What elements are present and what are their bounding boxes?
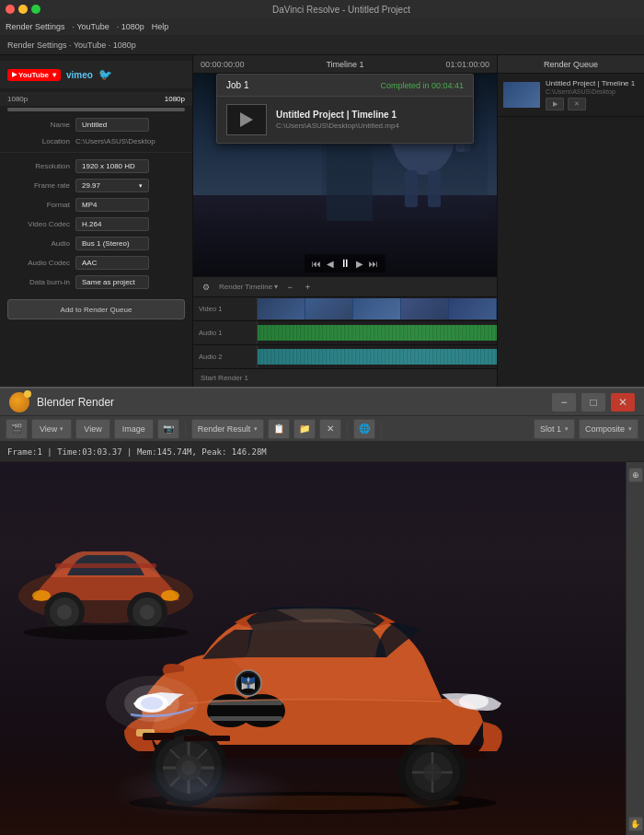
add-to-render-queue-button[interactable]: Add to Render Queue — [7, 299, 185, 319]
minimize-dot[interactable] — [18, 5, 28, 14]
render-result-dropdown[interactable]: Render Result ▾ — [191, 419, 265, 439]
render-toolbar-label: Render Settings · YouTube · 1080p — [7, 41, 136, 50]
resolution-setting-label: Resolution — [7, 162, 70, 170]
menu-1080p[interactable]: · 1080p — [117, 22, 144, 31]
copy-icon-btn[interactable]: 📋 — [268, 419, 290, 439]
resolution-label: 1080p — [7, 95, 28, 103]
name-row: Name Untitled — [0, 115, 192, 134]
audio-value[interactable]: Bus 1 (Stereo) — [75, 237, 149, 250]
davinci-main-layout: YouTube ▾ vimeo 🐦 1080p 1080p Name Untit… — [0, 55, 644, 387]
queue-item-controls: ▶ ✕ — [546, 98, 635, 110]
data-burnin-value[interactable]: Same as project — [75, 275, 149, 289]
slot-dropdown[interactable]: Slot 1 ▾ — [534, 419, 575, 439]
globe-icon: 🌐 — [359, 423, 370, 434]
timeline-area: ⚙ Render Timeline ▾ − + Video 1 — [193, 276, 497, 368]
menu-help[interactable]: Help — [152, 22, 169, 31]
close-button[interactable]: ✕ — [611, 393, 635, 412]
minimize-button[interactable]: − — [552, 393, 576, 412]
queue-item-delete-btn[interactable]: ✕ — [568, 98, 586, 110]
video-track-name: Video 1 — [199, 305, 222, 313]
globe-icon-btn[interactable]: 🌐 — [353, 419, 375, 439]
toolbar-separator-2 — [347, 421, 348, 437]
audio-waveform-2 — [258, 349, 497, 365]
camera-icon: 📷 — [163, 423, 174, 434]
audio-row: Audio Bus 1 (Stereo) — [0, 234, 192, 253]
render-icon: 🎬 — [11, 423, 22, 434]
view-dropdown-1[interactable]: View ▾ — [31, 419, 72, 439]
audio-strip-2 — [258, 349, 497, 365]
close-icon-btn[interactable]: ✕ — [319, 419, 341, 439]
format-value[interactable]: MP4 — [75, 198, 149, 212]
audio-strip-1 — [258, 325, 497, 341]
blender-window-controls: − □ ✕ — [552, 393, 635, 412]
vimeo-label[interactable]: vimeo — [66, 70, 93, 80]
maximize-dot[interactable] — [31, 5, 40, 14]
play-icon — [240, 112, 253, 127]
format-label: Format — [7, 201, 70, 209]
prev-frame-btn[interactable]: ◀ — [327, 259, 334, 269]
progress-bar-fill — [7, 108, 185, 111]
render-queue-item-1[interactable]: Untitled Project | Timeline 1 C:\Users\A… — [498, 74, 644, 117]
end-btn[interactable]: ⏭ — [369, 259, 378, 269]
x-icon: ✕ — [327, 423, 334, 434]
view-dropdown-2[interactable]: View — [75, 419, 109, 439]
camera-icon-btn[interactable]: 📷 — [157, 419, 179, 439]
composite-dropdown[interactable]: Composite ▾ — [579, 419, 638, 439]
framerate-value[interactable]: 29.97 ▾ — [75, 179, 149, 192]
pan-icon[interactable]: ✋ — [628, 817, 643, 831]
svg-point-22 — [57, 605, 72, 620]
audio-codec-value[interactable]: AAC — [75, 256, 149, 270]
svg-rect-57 — [184, 736, 230, 741]
video-thumb-4 — [401, 298, 449, 319]
timeline-toolbar: ⚙ Render Timeline ▾ − + — [193, 277, 497, 297]
resolution-setting-value[interactable]: 1920 x 1080 HD — [75, 159, 149, 173]
timeline-label: Timeline 1 — [326, 60, 363, 69]
timecode-bar: 00:00:00:00 Timeline 1 01:01:00:00 — [193, 55, 497, 74]
image-dropdown[interactable]: Image — [114, 419, 154, 439]
job-title: Job 1 — [226, 80, 248, 90]
youtube-logo[interactable]: YouTube ▾ — [7, 69, 61, 81]
view-label-2: View — [84, 424, 101, 434]
menu-render-settings[interactable]: Render Settings — [6, 22, 65, 31]
pause-btn[interactable]: ⏸ — [339, 257, 351, 270]
toolbar-separator-1 — [185, 421, 186, 437]
svg-point-39 — [459, 694, 489, 709]
timeline-zoom-in[interactable]: + — [302, 281, 314, 294]
video-codec-value[interactable]: H.264 — [75, 217, 149, 231]
job-popup-header: Job 1 Completed in 00:04:41 — [217, 75, 473, 97]
blender-logo-icon — [9, 392, 29, 412]
audio-waveform-1 — [258, 325, 497, 341]
render-queue-panel: Render Queue Untitled Project | Timeline… — [497, 55, 644, 387]
play-btn[interactable]: ⏮ — [312, 259, 321, 269]
audio-track-2-content[interactable] — [258, 345, 497, 368]
blender-toolbar: 🎬 View ▾ View Image 📷 Render Result ▾ 📋 … — [0, 416, 644, 442]
timeline-tool-label: Render Timeline ▾ — [219, 283, 278, 291]
audio-track-1-name: Audio 1 — [199, 329, 222, 337]
image-label: Image — [122, 424, 145, 434]
name-field-value[interactable]: Untitled — [75, 118, 149, 132]
audio-track-1-content[interactable] — [258, 321, 497, 344]
blender-icon-btn-1[interactable]: 🎬 — [6, 419, 28, 439]
next-frame-btn[interactable]: ▶ — [356, 259, 363, 269]
timeline-zoom-out[interactable]: − — [283, 281, 295, 294]
maximize-button[interactable]: □ — [581, 393, 605, 412]
framerate-row: Frame rate 29.97 ▾ — [0, 176, 192, 195]
framerate-label: Frame rate — [7, 181, 70, 190]
platform-selector-bar: YouTube ▾ vimeo 🐦 — [0, 61, 192, 88]
close-dot[interactable] — [6, 5, 15, 14]
location-field-value[interactable]: C:\Users\ASUS\Desktop — [75, 137, 155, 145]
minimize-icon: − — [560, 396, 567, 409]
blender-titlebar: Blender Render − □ ✕ — [0, 389, 644, 416]
zoom-fit-icon[interactable]: ⊕ — [628, 468, 643, 482]
blender-render-canvas: ⊕ ✋ — [0, 462, 644, 835]
video-track-content[interactable] — [258, 297, 497, 320]
queue-item-thumbnail — [503, 82, 540, 108]
twitter-icon[interactable]: 🐦 — [98, 68, 112, 81]
queue-item-play-btn[interactable]: ▶ — [546, 98, 564, 110]
video-track-1: Video 1 — [193, 297, 497, 321]
render-queue-header: Render Queue — [498, 55, 644, 74]
svg-point-17 — [32, 590, 51, 601]
timeline-tool-1[interactable]: ⚙ — [199, 281, 213, 294]
menu-youtube[interactable]: · YouTube — [73, 22, 109, 31]
folder-icon-btn[interactable]: 📁 — [293, 419, 316, 439]
